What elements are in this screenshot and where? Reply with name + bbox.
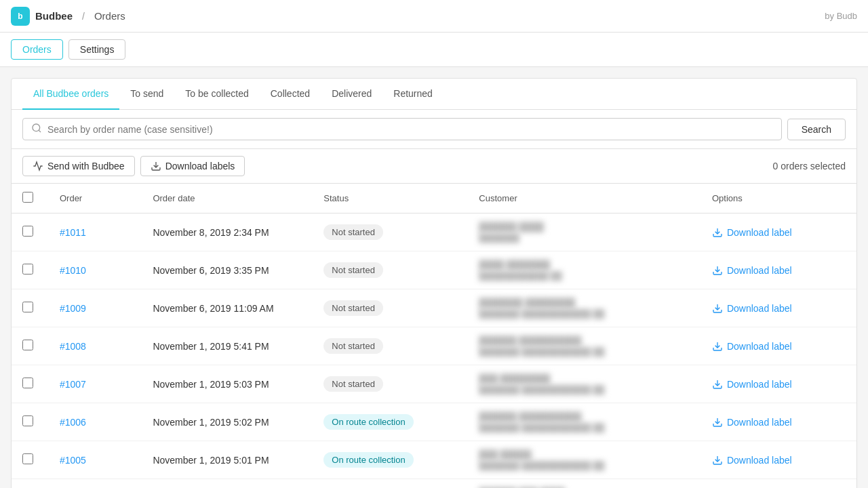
row-checkbox-cell	[12, 327, 49, 365]
download-label-text: Download label	[727, 303, 792, 314]
download-label-text: Download label	[727, 455, 792, 466]
download-label-text: Download label	[727, 227, 792, 238]
customer-email: ███████ ████████████ ██	[479, 309, 690, 319]
row-checkbox-3[interactable]	[22, 340, 33, 350]
table-row: #1009 November 6, 2019 11:09 AM Not star…	[12, 289, 856, 327]
row-order-date: November 8, 2019 2:34 PM	[142, 214, 313, 251]
main-content: All Budbee ordersTo sendTo be collectedC…	[11, 78, 857, 488]
header-customer: Customer	[468, 184, 701, 214]
download-label-button[interactable]: Download label	[712, 455, 792, 466]
customer-name: ███ █████	[479, 449, 690, 460]
customer-name: ████ ███████	[479, 260, 690, 270]
download-labels-button[interactable]: Download labels	[140, 156, 245, 176]
row-checkbox-5[interactable]	[22, 415, 33, 426]
row-order-id: #1006	[49, 403, 142, 441]
download-label-button[interactable]: Download label	[712, 227, 792, 238]
table-header: Order Order date Status Customer Options	[12, 184, 856, 214]
order-link-#1007[interactable]: #1007	[60, 379, 86, 390]
tabs-bar: All Budbee ordersTo sendTo be collectedC…	[12, 79, 856, 110]
table-row: #1004 November 1, 2019 4:46 PM On route …	[12, 479, 856, 489]
row-checkbox-0[interactable]	[22, 226, 33, 237]
row-customer: ██████ ███ ████ ███████ ████████████ ██	[468, 479, 701, 489]
order-link-#1008[interactable]: #1008	[60, 341, 86, 352]
select-all-checkbox[interactable]	[22, 192, 33, 203]
row-status: Not started	[313, 214, 468, 251]
row-customer: ███ ████████ ███████ ████████████ ██	[468, 365, 701, 403]
row-options: Download label	[701, 289, 856, 327]
order-link-#1009[interactable]: #1009	[60, 303, 86, 314]
brand-name: Budbee	[35, 10, 73, 22]
search-button[interactable]: Search	[787, 119, 846, 140]
download-label-button[interactable]: Download label	[712, 417, 792, 428]
orders-selected-count: 0 orders selected	[773, 161, 846, 171]
app-header: b Budbee / Orders by Budb	[0, 0, 868, 33]
row-status: On route collection	[313, 403, 468, 441]
header-order: Order	[49, 184, 142, 214]
tab-to-be-collected[interactable]: To be collected	[174, 79, 259, 110]
tab-all[interactable]: All Budbee orders	[22, 79, 119, 110]
status-badge: Not started	[323, 262, 383, 278]
send-with-budbee-label: Send with Budbee	[47, 161, 125, 171]
row-options: Download label	[701, 403, 856, 441]
row-options: Download label	[701, 214, 856, 251]
row-options: Download label	[701, 441, 856, 479]
row-checkbox-1[interactable]	[22, 264, 33, 274]
row-checkbox-2[interactable]	[22, 302, 33, 312]
customer-name: ███ ████████	[479, 373, 690, 384]
row-order-date: November 1, 2019 4:46 PM	[142, 479, 313, 489]
row-order-id: #1005	[49, 441, 142, 479]
row-order-id: #1010	[49, 251, 142, 289]
row-customer: ██████ ██████████ ███████ ████████████ █…	[468, 327, 701, 365]
settings-nav-button[interactable]: Settings	[68, 39, 126, 60]
page-title: Orders	[94, 10, 125, 22]
search-input-wrap	[22, 118, 782, 140]
row-order-id: #1004	[49, 479, 142, 489]
row-order-id: #1011	[49, 214, 142, 251]
order-link-#1010[interactable]: #1010	[60, 265, 86, 276]
download-label-text: Download label	[727, 341, 792, 352]
row-order-id: #1009	[49, 289, 142, 327]
header-right-text: by Budb	[825, 11, 857, 21]
row-checkbox-cell	[12, 289, 49, 327]
row-order-date: November 6, 2019 3:35 PM	[142, 251, 313, 289]
download-label-button[interactable]: Download label	[712, 379, 792, 390]
tab-to-send[interactable]: To send	[119, 79, 174, 110]
row-checkbox-cell	[12, 441, 49, 479]
row-checkbox-6[interactable]	[22, 453, 33, 464]
send-with-budbee-button[interactable]: Send with Budbee	[22, 156, 135, 176]
row-order-date: November 1, 2019 5:02 PM	[142, 403, 313, 441]
row-status: Not started	[313, 289, 468, 327]
search-input[interactable]	[47, 124, 773, 135]
customer-name: ██████ ██████████	[479, 336, 690, 346]
row-customer: ███████ ████████ ███████ ████████████ ██	[468, 289, 701, 327]
status-badge: On route collection	[323, 414, 413, 430]
order-link-#1011[interactable]: #1011	[60, 227, 86, 238]
status-badge: Not started	[323, 224, 383, 240]
row-checkbox-4[interactable]	[22, 378, 33, 388]
download-label-button[interactable]: Download label	[712, 341, 792, 352]
tab-delivered[interactable]: Delivered	[321, 79, 382, 110]
download-label-text: Download label	[727, 379, 792, 390]
order-link-#1005[interactable]: #1005	[60, 455, 86, 466]
order-link-#1006[interactable]: #1006	[60, 417, 86, 428]
table-row: #1010 November 6, 2019 3:35 PM Not start…	[12, 251, 856, 289]
row-checkbox-cell	[12, 251, 49, 289]
tab-collected[interactable]: Collected	[260, 79, 321, 110]
nav-bar: Orders Settings	[0, 33, 868, 67]
download-label-text: Download label	[727, 265, 792, 276]
download-label-text: Download label	[727, 417, 792, 428]
row-checkbox-cell	[12, 214, 49, 251]
orders-table: Order Order date Status Customer Options…	[12, 184, 856, 488]
customer-email: ███████ ████████████ ██	[479, 461, 690, 470]
row-order-date: November 6, 2019 11:09 AM	[142, 289, 313, 327]
header-checkbox-cell	[12, 184, 49, 214]
customer-email: ███████ ████████████ ██	[479, 385, 690, 394]
tab-returned[interactable]: Returned	[382, 79, 443, 110]
download-label-button[interactable]: Download label	[712, 303, 792, 314]
orders-nav-button[interactable]: Orders	[11, 39, 63, 60]
header-options: Options	[701, 184, 856, 214]
row-status: Not started	[313, 327, 468, 365]
svg-point-0	[33, 124, 40, 131]
action-bar: Send with Budbee Download labels 0 order…	[12, 149, 856, 184]
download-label-button[interactable]: Download label	[712, 265, 792, 276]
